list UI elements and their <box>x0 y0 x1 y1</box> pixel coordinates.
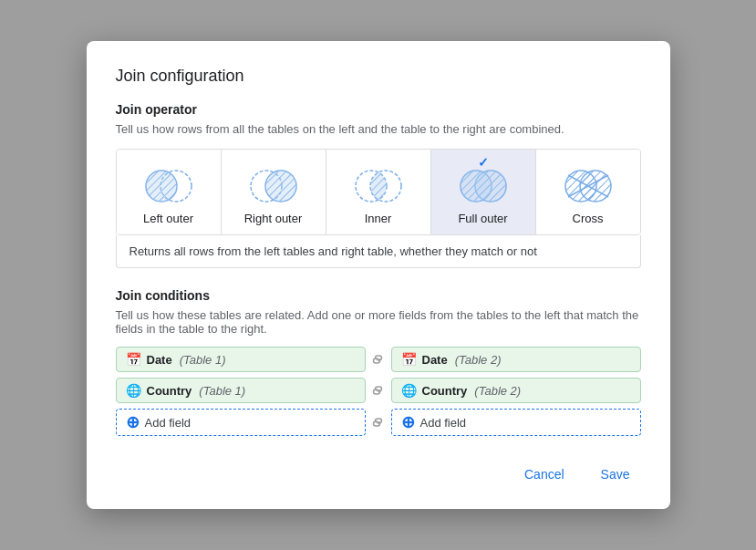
left-country-table: (Table 1) <box>199 384 245 398</box>
plus-icon-right: ⊕ <box>401 414 415 431</box>
left-date-table: (Table 1) <box>180 353 226 367</box>
plus-icon-left: ⊕ <box>126 414 140 431</box>
svg-point-19 <box>475 171 506 202</box>
link-icon-country <box>366 381 391 400</box>
join-conditions-title: Join conditions <box>116 288 641 303</box>
right-outer-label: Right outer <box>244 212 303 225</box>
join-option-left-outer[interactable]: Left outer <box>117 150 222 234</box>
add-field-row: ⊕ Add field ⊕ Add field <box>116 409 641 436</box>
selected-checkmark: ✓ <box>478 155 489 170</box>
join-conditions-section: Join conditions Tell us how these tables… <box>116 288 641 436</box>
svg-point-22 <box>580 171 611 202</box>
join-description-box: Returns all rows from the left tables an… <box>116 235 641 268</box>
condition-row-date: 📅 Date (Table 1) 📅 Date (Table 2) <box>116 347 641 372</box>
join-description-text: Returns all rows from the left tables an… <box>129 244 537 258</box>
join-options-container: Left outer Right outer <box>116 149 641 235</box>
right-field-date[interactable]: 📅 Date (Table 2) <box>391 347 641 372</box>
join-operator-title: Join operator <box>116 102 641 117</box>
join-conditions-desc: Tell us how these tables are related. Ad… <box>116 308 641 336</box>
cross-label: Cross <box>573 212 604 225</box>
join-option-right-outer[interactable]: Right outer <box>222 150 326 234</box>
right-country-table: (Table 2) <box>474 384 521 398</box>
right-date-name: Date <box>422 353 448 367</box>
link-icon-date <box>366 350 391 368</box>
conditions-grid: 📅 Date (Table 1) 📅 Date (Table 2) <box>116 347 641 436</box>
left-country-name: Country <box>147 384 192 398</box>
join-option-cross[interactable]: Cross <box>536 150 640 234</box>
full-outer-label: Full outer <box>458 212 507 225</box>
condition-row-country: 🌐 Country (Table 1) 🌐 Country (Table 2) <box>116 378 641 403</box>
left-field-country[interactable]: 🌐 Country (Table 1) <box>116 378 366 403</box>
add-field-right-label: Add field <box>420 416 467 430</box>
link-icon-add <box>366 413 391 431</box>
svg-point-4 <box>146 171 177 202</box>
dialog-footer: Cancel Save <box>116 452 641 487</box>
right-field-country[interactable]: 🌐 Country (Table 2) <box>391 378 641 403</box>
join-option-full-outer[interactable]: ✓ Full outer <box>431 150 536 234</box>
dialog-title: Join configuration <box>116 67 641 86</box>
svg-point-8 <box>265 171 296 202</box>
inner-label: Inner <box>365 212 392 225</box>
globe-icon-left-country: 🌐 <box>126 383 141 398</box>
right-date-table: (Table 2) <box>455 353 502 367</box>
join-operator-section: Join operator Tell us how rows from all … <box>116 102 641 268</box>
calendar-icon-left-date: 📅 <box>126 352 141 367</box>
join-operator-desc: Tell us how rows from all the tables on … <box>116 122 641 136</box>
overlay: Join configuration Join operator Tell us… <box>0 0 756 550</box>
save-button[interactable]: Save <box>590 462 641 487</box>
left-field-date[interactable]: 📅 Date (Table 1) <box>116 347 366 372</box>
add-field-left-label: Add field <box>145 416 192 430</box>
right-country-name: Country <box>422 384 468 398</box>
left-outer-label: Left outer <box>143 212 193 225</box>
globe-icon-right-country: 🌐 <box>401 383 417 398</box>
add-field-left-button[interactable]: ⊕ Add field <box>116 409 366 436</box>
cancel-button[interactable]: Cancel <box>513 462 575 487</box>
add-field-right-button[interactable]: ⊕ Add field <box>391 409 641 436</box>
dialog: Join configuration Join operator Tell us… <box>87 41 670 509</box>
left-date-name: Date <box>147 353 172 367</box>
calendar-icon-right-date: 📅 <box>401 352 417 367</box>
join-option-inner[interactable]: Inner <box>326 150 431 234</box>
